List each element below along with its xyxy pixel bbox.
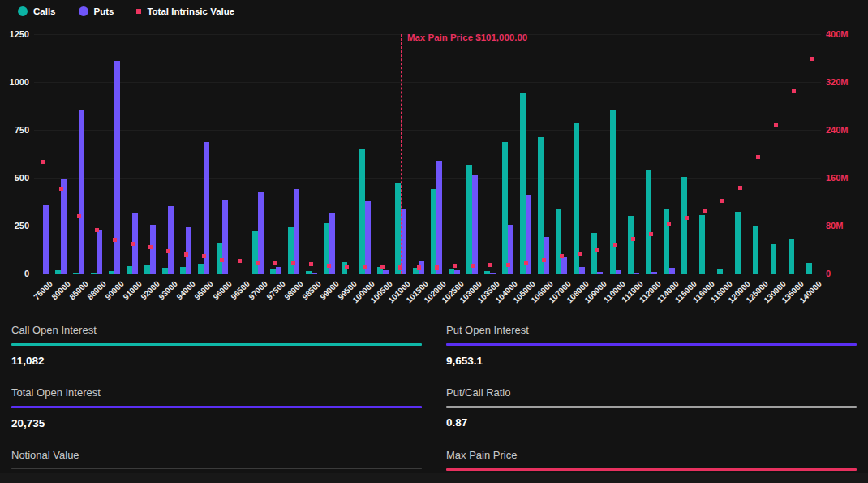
intrinsic-value-dot[interactable] bbox=[380, 265, 385, 269]
intrinsic-value-dot[interactable] bbox=[202, 254, 206, 258]
put-bar[interactable] bbox=[634, 273, 639, 274]
put-bar[interactable] bbox=[383, 270, 389, 274]
legend-item-puts[interactable]: Puts bbox=[79, 6, 114, 16]
intrinsic-value-dot[interactable] bbox=[166, 249, 170, 253]
intrinsic-value-dot[interactable] bbox=[256, 261, 260, 265]
intrinsic-value-dot[interactable] bbox=[560, 254, 564, 258]
call-bar[interactable] bbox=[484, 271, 490, 274]
put-bar[interactable] bbox=[651, 272, 657, 274]
call-bar[interactable] bbox=[520, 93, 526, 274]
intrinsic-value-dot[interactable] bbox=[148, 245, 153, 249]
call-bar[interactable] bbox=[252, 231, 258, 274]
options-open-interest-chart[interactable]: Calls Puts Total Intrinsic Value 0025080… bbox=[0, 0, 868, 315]
put-bar[interactable] bbox=[312, 273, 317, 274]
call-bar[interactable] bbox=[610, 110, 616, 274]
call-bar[interactable] bbox=[753, 226, 758, 274]
call-bar[interactable] bbox=[789, 239, 794, 274]
put-bar[interactable] bbox=[168, 206, 174, 274]
call-bar[interactable] bbox=[306, 271, 312, 274]
intrinsic-value-dot[interactable] bbox=[542, 258, 546, 262]
call-bar[interactable] bbox=[646, 170, 651, 274]
put-bar[interactable] bbox=[490, 273, 496, 274]
put-bar[interactable] bbox=[240, 274, 246, 274]
call-bar[interactable] bbox=[699, 215, 705, 274]
put-bar[interactable] bbox=[276, 267, 281, 274]
legend-item-total-intrinsic-value[interactable]: Total Intrinsic Value bbox=[136, 6, 234, 16]
intrinsic-value-dot[interactable] bbox=[309, 262, 313, 266]
intrinsic-value-dot[interactable] bbox=[471, 264, 475, 268]
put-bar[interactable] bbox=[222, 200, 228, 274]
put-bar[interactable] bbox=[97, 230, 102, 274]
intrinsic-value-dot[interactable] bbox=[345, 265, 349, 269]
intrinsic-value-dot[interactable] bbox=[77, 214, 81, 218]
intrinsic-value-dot[interactable] bbox=[291, 261, 295, 265]
call-bar[interactable] bbox=[556, 209, 561, 274]
call-bar[interactable] bbox=[538, 137, 544, 274]
put-bar[interactable] bbox=[579, 267, 585, 274]
call-bar[interactable] bbox=[502, 142, 508, 274]
call-bar[interactable] bbox=[664, 209, 669, 274]
put-bar[interactable] bbox=[597, 272, 603, 274]
call-bar[interactable] bbox=[270, 269, 276, 274]
put-bar[interactable] bbox=[347, 274, 353, 274]
call-bar[interactable] bbox=[431, 189, 436, 274]
put-bar[interactable] bbox=[79, 110, 84, 274]
put-bar[interactable] bbox=[616, 270, 621, 274]
intrinsic-value-dot[interactable] bbox=[720, 199, 724, 203]
call-bar[interactable] bbox=[681, 177, 687, 274]
intrinsic-value-dot[interactable] bbox=[273, 261, 277, 265]
call-bar[interactable] bbox=[91, 273, 97, 274]
intrinsic-value-dot[interactable] bbox=[524, 261, 528, 265]
put-bar[interactable] bbox=[401, 209, 406, 274]
put-bar[interactable] bbox=[669, 268, 675, 274]
intrinsic-value-dot[interactable] bbox=[363, 265, 367, 269]
intrinsic-value-dot[interactable] bbox=[774, 123, 778, 127]
put-bar[interactable] bbox=[43, 205, 49, 274]
put-bar[interactable] bbox=[687, 274, 693, 274]
intrinsic-value-dot[interactable] bbox=[59, 187, 63, 191]
intrinsic-value-dot[interactable] bbox=[756, 155, 760, 159]
intrinsic-value-dot[interactable] bbox=[488, 263, 492, 267]
put-bar[interactable] bbox=[186, 227, 191, 274]
intrinsic-value-dot[interactable] bbox=[810, 57, 814, 61]
intrinsic-value-dot[interactable] bbox=[578, 252, 582, 256]
intrinsic-value-dot[interactable] bbox=[667, 222, 671, 226]
intrinsic-value-dot[interactable] bbox=[131, 242, 135, 246]
intrinsic-value-dot[interactable] bbox=[738, 186, 742, 190]
call-bar[interactable] bbox=[73, 273, 79, 274]
put-bar[interactable] bbox=[61, 179, 67, 274]
put-bar[interactable] bbox=[561, 257, 567, 274]
intrinsic-value-dot[interactable] bbox=[453, 264, 457, 268]
intrinsic-value-dot[interactable] bbox=[327, 264, 331, 268]
call-bar[interactable] bbox=[37, 274, 43, 274]
intrinsic-value-dot[interactable] bbox=[685, 216, 689, 220]
call-bar[interactable] bbox=[55, 270, 61, 274]
intrinsic-value-dot[interactable] bbox=[613, 243, 617, 247]
intrinsic-value-dot[interactable] bbox=[220, 258, 224, 262]
put-bar[interactable] bbox=[472, 175, 478, 274]
call-bar[interactable] bbox=[359, 149, 365, 274]
put-bar[interactable] bbox=[114, 61, 120, 274]
put-bar[interactable] bbox=[365, 201, 371, 274]
call-bar[interactable] bbox=[288, 227, 294, 274]
call-bar[interactable] bbox=[395, 183, 401, 274]
intrinsic-value-dot[interactable] bbox=[113, 238, 117, 242]
intrinsic-value-dot[interactable] bbox=[792, 89, 796, 93]
intrinsic-value-dot[interactable] bbox=[184, 252, 188, 257]
call-bar[interactable] bbox=[717, 269, 723, 274]
call-bar[interactable] bbox=[127, 266, 132, 274]
intrinsic-value-dot[interactable] bbox=[238, 259, 242, 263]
intrinsic-value-dot[interactable] bbox=[41, 160, 45, 164]
put-bar[interactable] bbox=[454, 270, 460, 274]
intrinsic-value-dot[interactable] bbox=[435, 265, 439, 270]
intrinsic-value-dot[interactable] bbox=[631, 237, 635, 241]
intrinsic-value-dot[interactable] bbox=[703, 209, 707, 213]
put-bar[interactable] bbox=[544, 237, 549, 274]
call-bar[interactable] bbox=[449, 269, 454, 274]
intrinsic-value-dot[interactable] bbox=[649, 232, 653, 236]
call-bar[interactable] bbox=[806, 263, 812, 274]
call-bar[interactable] bbox=[591, 233, 597, 274]
call-bar[interactable] bbox=[628, 216, 634, 274]
intrinsic-value-dot[interactable] bbox=[95, 228, 99, 232]
call-bar[interactable] bbox=[144, 265, 150, 274]
